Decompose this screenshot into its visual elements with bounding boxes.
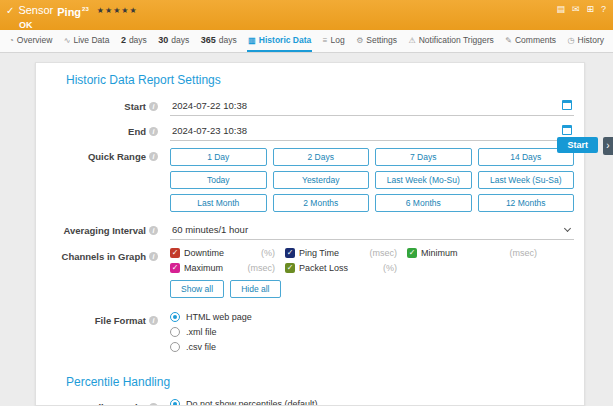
tab-number: 2: [121, 35, 126, 45]
quick-range-row: Quick Rangei 1 Day 2 Days 7 Days 14 Days…: [58, 148, 574, 212]
tab-label: History: [578, 35, 604, 45]
tab-comments[interactable]: ✎ Comments: [504, 30, 557, 52]
checkbox-checked-icon[interactable]: ✓: [170, 248, 180, 258]
channel-ping-time[interactable]: ✓ Ping Time (msec): [285, 248, 397, 258]
calendar-icon[interactable]: [562, 125, 572, 135]
option-label: Do not show percentiles (default): [186, 399, 318, 406]
tab-number: 365: [201, 35, 216, 45]
main-content: Historic Data Report Settings Starti 202…: [0, 53, 613, 406]
averaging-interval-label: Averaging Intervali: [58, 222, 158, 236]
start-report-button[interactable]: Start: [557, 137, 598, 153]
channel-name: Downtime: [184, 248, 224, 258]
tab-label: Notification Triggers: [419, 35, 494, 45]
tab-label: days: [219, 35, 237, 45]
checkbox-checked-icon[interactable]: ✓: [285, 248, 295, 258]
tab-live-data[interactable]: ∿ Live Data: [63, 30, 111, 52]
start-date-row: Starti 2024-07-22 10:38: [58, 98, 574, 116]
tab-365-days[interactable]: 365 days: [200, 30, 238, 52]
checkbox-checked-icon[interactable]: ✓: [285, 263, 295, 273]
info-icon[interactable]: i: [149, 152, 158, 161]
channel-unit: (msec): [510, 248, 538, 258]
page-title: Historic Data Report Settings: [66, 73, 574, 87]
list-icon: ≡: [323, 36, 328, 45]
end-date-input[interactable]: 2024-07-23 10:38: [170, 123, 574, 141]
quick-range-today-button[interactable]: Today: [170, 171, 267, 189]
info-icon[interactable]: i: [149, 127, 158, 136]
quick-range-grid: 1 Day 2 Days 7 Days 14 Days Today Yester…: [170, 148, 574, 212]
channel-name: Maximum: [184, 263, 223, 273]
radio-selected-icon[interactable]: [170, 312, 180, 322]
tab-label: Comments: [515, 35, 556, 45]
channel-maximum[interactable]: ✓ Maximum (msec): [170, 263, 275, 273]
checkbox-checked-icon[interactable]: ✓: [407, 248, 417, 258]
tab-number: 30: [158, 35, 168, 45]
channel-packet-loss[interactable]: ✓ Packet Loss (%): [285, 263, 397, 273]
tab-historic-data[interactable]: ▥ Historic Data: [247, 30, 312, 52]
tab-label: Overview: [17, 35, 52, 45]
sensor-status-badge: OK: [19, 19, 605, 31]
info-icon[interactable]: i: [149, 226, 158, 235]
new-window-icon[interactable]: ⊞: [586, 4, 594, 14]
quick-range-12-months-button[interactable]: 12 Months: [478, 194, 575, 212]
calendar-icon[interactable]: [562, 100, 572, 110]
averaging-interval-row: Averaging Intervali 60 minutes/1 hour: [58, 222, 574, 240]
channel-downtime[interactable]: ✓ Downtime (%): [170, 248, 275, 258]
priority-stars[interactable]: ★★★★★: [97, 4, 138, 17]
quick-range-1-day-button[interactable]: 1 Day: [170, 148, 267, 166]
quick-range-last-week-mo-su-button[interactable]: Last Week (Mo-Su): [375, 171, 472, 189]
tab-notification-triggers[interactable]: ⚠ Notification Triggers: [408, 30, 495, 52]
tab-label: days: [171, 35, 189, 45]
comment-icon: ✎: [505, 36, 512, 45]
quick-range-last-week-su-sa-button[interactable]: Last Week (Su-Sa): [478, 171, 575, 189]
option-label: .csv file: [186, 342, 216, 352]
tab-log[interactable]: ≡ Log: [322, 30, 346, 52]
tab-2-days[interactable]: 2 days: [120, 30, 148, 52]
hide-all-button[interactable]: Hide all: [230, 280, 280, 298]
mail-icon[interactable]: ✉: [572, 4, 580, 14]
percentile-results-row: Percentile Resultsi Do not show percenti…: [58, 399, 574, 406]
gauge-icon: ◔: [9, 36, 14, 45]
status-check-icon: ✓: [6, 4, 14, 17]
quick-range-2-days-button[interactable]: 2 Days: [273, 148, 370, 166]
quick-range-yesterday-button[interactable]: Yesterday: [273, 171, 370, 189]
channels-label: Channels in Graphi: [58, 248, 158, 262]
end-label: Endi: [58, 123, 158, 137]
show-all-button[interactable]: Show all: [170, 280, 224, 298]
channel-minimum[interactable]: ✓ Minimum (msec): [407, 248, 537, 258]
tab-overview[interactable]: ◔ Overview: [8, 30, 53, 52]
tab-label: days: [129, 35, 147, 45]
file-format-option-xml[interactable]: .xml file: [170, 327, 574, 337]
file-format-option-html[interactable]: HTML web page: [170, 312, 574, 322]
bar-chart-icon: ▥: [248, 36, 256, 45]
quick-range-2-months-button[interactable]: 2 Months: [273, 194, 370, 212]
info-icon[interactable]: i: [149, 252, 158, 261]
radio-icon[interactable]: [170, 327, 180, 337]
quick-range-6-months-button[interactable]: 6 Months: [375, 194, 472, 212]
report-icon[interactable]: ▤: [556, 4, 565, 14]
start-date-input[interactable]: 2024-07-22 10:38: [170, 98, 574, 116]
tab-30-days[interactable]: 30 days: [157, 30, 190, 52]
quick-range-7-days-button[interactable]: 7 Days: [375, 148, 472, 166]
radio-icon[interactable]: [170, 342, 180, 352]
tab-label: Live Data: [73, 35, 109, 45]
help-icon[interactable]: ?: [601, 4, 606, 14]
channel-name: Ping Time: [299, 248, 339, 258]
info-icon[interactable]: i: [149, 102, 158, 111]
radio-selected-icon[interactable]: [170, 399, 180, 406]
file-format-option-csv[interactable]: .csv file: [170, 342, 574, 352]
quick-range-last-month-button[interactable]: Last Month: [170, 194, 267, 212]
tab-history[interactable]: ◷ History: [567, 30, 605, 52]
tab-label: Settings: [366, 35, 397, 45]
end-date-row: Endi 2024-07-23 10:38: [58, 123, 574, 141]
collapse-panel-arrow[interactable]: ›: [603, 137, 613, 155]
percentile-option-hide[interactable]: Do not show percentiles (default): [170, 399, 574, 406]
tab-bar: ◔ Overview ∿ Live Data 2 days 30 days 36…: [0, 30, 613, 53]
info-icon[interactable]: i: [149, 316, 158, 325]
file-format-label: File Formati: [58, 312, 158, 326]
averaging-interval-select[interactable]: 60 minutes/1 hour: [170, 222, 574, 240]
checkbox-checked-icon[interactable]: ✓: [170, 263, 180, 273]
tab-settings[interactable]: ⚙ Settings: [355, 30, 398, 52]
channels-grid: ✓ Downtime (%) ✓ Ping Time (msec) ✓ Mini…: [170, 248, 574, 273]
header-toolbar: ▤ ✉ ⊞ ?: [556, 4, 606, 14]
channel-unit: (msec): [248, 263, 276, 273]
